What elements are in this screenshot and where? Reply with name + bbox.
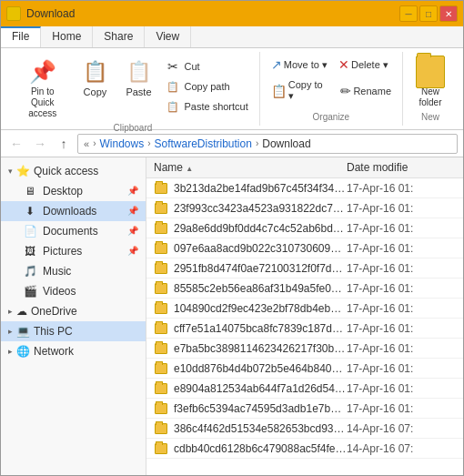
cut-button[interactable]: ✂ Cut <box>162 57 251 76</box>
downloads-label: Downloads <box>43 205 122 218</box>
table-row[interactable]: 386c4f462d51534e582653bcd936b24b043...14… <box>146 419 463 439</box>
org-row-2: 📋 Copy to ▾ ✏ Rename <box>267 77 395 104</box>
move-to-button[interactable]: ↗ Move to ▾ <box>267 56 331 74</box>
sidebar-item-videos[interactable]: 🎬 Videos <box>1 281 146 301</box>
file-name: cdbb40cd6128b6c479088ac5f4fe16fb917a... <box>174 442 347 455</box>
desktop-pin-icon: 📌 <box>127 186 138 197</box>
file-date: 17-Apr-16 01: <box>347 362 456 375</box>
file-name: e8904a812534ab644f7a1d26d54ac49c <box>174 382 347 395</box>
file-date: 17-Apr-16 01: <box>347 402 456 415</box>
table-row[interactable]: 85585c2eb56ea86af31b49a5fe06ae0c17-Apr-1… <box>146 279 463 299</box>
new-content: Newfolder <box>410 56 450 110</box>
column-name[interactable]: Name ▲ <box>154 161 347 174</box>
paste-shortcut-button[interactable]: 📋 Paste shortcut <box>162 97 251 116</box>
back-button[interactable]: ← <box>6 134 26 154</box>
tab-view[interactable]: View <box>145 26 191 47</box>
table-row[interactable]: cdbb40cd6128b6c479088ac5f4fe16fb917a...1… <box>146 439 463 459</box>
new-label: New <box>421 112 439 122</box>
column-date-label: Date modifie <box>347 161 408 174</box>
sidebar-item-pictures[interactable]: 🖼 Pictures 📌 <box>1 241 146 261</box>
title-folder-icon <box>6 6 21 21</box>
rename-button[interactable]: ✏ Rename <box>337 82 395 100</box>
pin-to-quick-access-button[interactable]: 📌 Pin to Quickaccess <box>14 56 71 121</box>
network-label: Network <box>34 345 74 358</box>
sidebar-item-documents[interactable]: 📄 Documents 📌 <box>1 221 146 241</box>
folder-icon-small <box>154 301 168 316</box>
table-row[interactable]: 23f993cc3423a4523a931822dc79b37b17-Apr-1… <box>146 198 463 218</box>
paste-shortcut-label: Paste shortcut <box>184 101 247 112</box>
documents-icon: 📄 <box>23 224 37 238</box>
tab-file[interactable]: File <box>1 26 41 47</box>
tab-share[interactable]: Share <box>93 26 145 47</box>
move-to-label: Move to ▾ <box>284 59 328 71</box>
file-date: 17-Apr-16 01: <box>347 302 456 315</box>
table-row[interactable]: f3efb6c5394ac74595d3adb1e7b6825b17-Apr-1… <box>146 399 463 419</box>
paste-button[interactable]: 📋 Paste <box>118 56 158 99</box>
copy-to-label: Copy to ▾ <box>288 79 330 102</box>
table-row[interactable]: 104890cd2f9ec423e2bf78db4eb8618417-Apr-1… <box>146 299 463 319</box>
file-name: 104890cd2f9ec423e2bf78db4eb86184 <box>174 302 347 315</box>
sidebar-item-onedrive[interactable]: ▸ ☁ OneDrive <box>1 301 146 321</box>
table-row[interactable]: 2951fb8d474f0ae72100312f0f7d06a017-Apr-1… <box>146 258 463 279</box>
path-softwaredistribution[interactable]: SoftwareDistribution <box>155 137 252 150</box>
organize-group: ↗ Move to ▾ ✕ Delete ▾ 📋 Copy to ▾ ✏ Ren… <box>260 52 403 126</box>
up-button[interactable]: ↑ <box>54 134 74 154</box>
table-row[interactable]: cff7e51a14075bca8fc7839c187d248b17-Apr-1… <box>146 319 463 339</box>
minimize-button[interactable]: ─ <box>399 5 418 22</box>
videos-label: Videos <box>43 285 138 298</box>
file-date: 17-Apr-16 01: <box>347 202 456 215</box>
file-date: 14-Apr-16 07: <box>347 422 456 435</box>
folder-icon-small <box>154 221 168 236</box>
maximize-button[interactable]: □ <box>419 5 438 22</box>
window-title: Download <box>26 7 75 20</box>
new-folder-button[interactable]: Newfolder <box>410 56 450 110</box>
sidebar-item-quick-access[interactable]: ▾ ⭐ Quick access <box>1 161 146 181</box>
path-windows[interactable]: Windows <box>99 137 144 150</box>
delete-button[interactable]: ✕ Delete ▾ <box>335 56 392 74</box>
file-name: 85585c2eb56ea86af31b49a5fe06ae0c <box>174 282 347 295</box>
address-path[interactable]: « › Windows › SoftwareDistribution › Dow… <box>77 134 458 154</box>
file-list-area: Name ▲ Date modifie 3b213da2be14fad9b67c… <box>146 157 463 476</box>
table-row[interactable]: 097e6aa8acd9b022c310730609c7f09117-Apr-1… <box>146 238 463 258</box>
copy-button[interactable]: 📋 Copy <box>75 56 115 99</box>
sidebar-item-downloads[interactable]: ⬇ Downloads 📌 <box>1 201 146 221</box>
folder-icon-small <box>154 181 168 196</box>
file-name: 23f993cc3423a4523a931822dc79b37b <box>174 202 347 215</box>
copy-to-icon: 📋 <box>271 84 287 98</box>
forward-button[interactable]: → <box>30 134 50 154</box>
copy-path-button[interactable]: 📋 Copy path <box>162 77 251 96</box>
close-button[interactable]: ✕ <box>439 5 458 22</box>
sidebar-item-music[interactable]: 🎵 Music <box>1 261 146 281</box>
table-row[interactable]: e8904a812534ab644f7a1d26d54ac49c17-Apr-1… <box>146 379 463 399</box>
file-date: 14-Apr-16 07: <box>347 442 456 455</box>
sort-arrow: ▲ <box>186 165 193 173</box>
folder-icon-small <box>154 341 168 356</box>
onedrive-icon: ☁ <box>16 305 27 318</box>
table-row[interactable]: e10dd876b4d4b072b5e464b840a94eeb17-Apr-1… <box>146 359 463 379</box>
onedrive-arrow: ▸ <box>8 307 13 316</box>
organize-label: Organize <box>313 112 350 122</box>
this-pc-arrow: ▸ <box>8 327 13 336</box>
this-pc-label: This PC <box>34 325 73 338</box>
sidebar-item-this-pc[interactable]: ▸ 💻 This PC <box>1 321 146 341</box>
desktop-icon: 🖥 <box>23 184 37 198</box>
ribbon: 📌 Pin to Quickaccess 📋 Copy 📋 Paste ✂ Cu… <box>1 48 463 130</box>
file-name: 097e6aa8acd9b022c310730609c7f091 <box>174 242 347 255</box>
quick-access-label: Quick access <box>34 165 98 177</box>
table-row[interactable]: 29a8e6dd9bf0dd4c7c4c52ab6bd8d9b817-Apr-1… <box>146 218 463 238</box>
file-name: f3efb6c5394ac74595d3adb1e7b6825b <box>174 402 347 415</box>
folder-icon-small <box>154 361 168 376</box>
new-group: Newfolder New <box>403 52 458 126</box>
sidebar-item-desktop[interactable]: 🖥 Desktop 📌 <box>1 181 146 201</box>
documents-pin-icon: 📌 <box>127 226 138 237</box>
file-date: 17-Apr-16 01: <box>347 242 456 255</box>
column-date[interactable]: Date modifie <box>347 161 456 174</box>
paste-label: Paste <box>126 86 151 97</box>
table-row[interactable]: 3b213da2be14fad9b67c45f34f34d04617-Apr-1… <box>146 178 463 198</box>
downloads-icon: ⬇ <box>23 204 37 218</box>
copy-to-button[interactable]: 📋 Copy to ▾ <box>267 77 334 104</box>
sidebar-item-network[interactable]: ▸ 🌐 Network <box>1 341 146 361</box>
table-row[interactable]: e7ba5bc3898114623426217f30b2241f17-Apr-1… <box>146 339 463 359</box>
path-download[interactable]: Download <box>262 137 310 150</box>
tab-home[interactable]: Home <box>41 26 93 47</box>
